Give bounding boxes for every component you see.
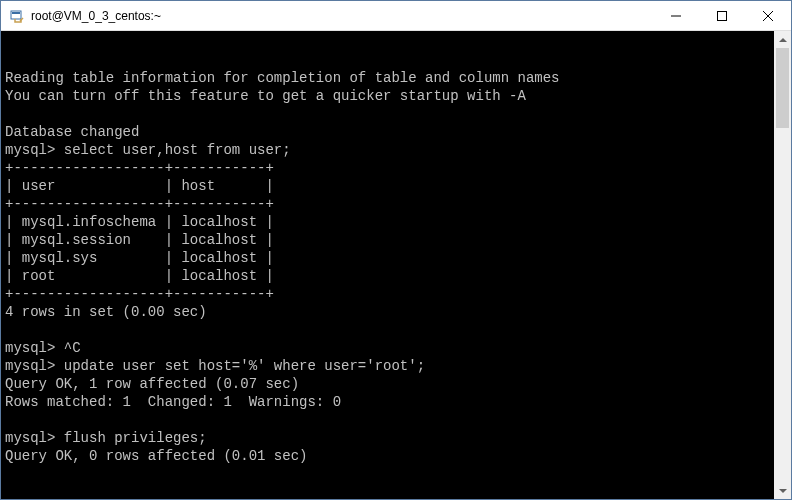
close-button[interactable] [745,1,791,30]
terminal-line [5,465,770,483]
terminal-line: | user | host | [5,177,770,195]
maximize-button[interactable] [699,1,745,30]
svg-marker-7 [779,489,787,493]
scroll-track[interactable] [774,48,791,482]
terminal-line: mysql> update user set host='%' where us… [5,357,770,375]
svg-rect-3 [718,11,727,20]
terminal-area: Reading table information for completion… [1,31,791,499]
terminal-line: | root | localhost | [5,267,770,285]
terminal-line [5,105,770,123]
terminal-line: You can turn off this feature to get a q… [5,87,770,105]
terminal-line: Query OK, 0 rows affected (0.01 sec) [5,447,770,465]
terminal-line: +------------------+-----------+ [5,195,770,213]
putty-icon [9,8,25,24]
titlebar: root@VM_0_3_centos:~ [1,1,791,31]
terminal-line: mysql> ^C [5,339,770,357]
terminal-line: | mysql.sys | localhost | [5,249,770,267]
terminal-line: 4 rows in set (0.00 sec) [5,303,770,321]
scroll-down-button[interactable] [774,482,791,499]
terminal-line [5,411,770,429]
terminal-line: Reading table information for completion… [5,69,770,87]
terminal-line: Database changed [5,123,770,141]
scrollbar[interactable] [774,31,791,499]
terminal-output: Reading table information for completion… [5,69,770,483]
minimize-button[interactable] [653,1,699,30]
window-controls [653,1,791,30]
terminal-line: Rows matched: 1 Changed: 1 Warnings: 0 [5,393,770,411]
scroll-thumb[interactable] [776,48,789,128]
terminal-line: mysql> select user,host from user; [5,141,770,159]
terminal-line: | mysql.infoschema | localhost | [5,213,770,231]
terminal-line: Query OK, 1 row affected (0.07 sec) [5,375,770,393]
terminal[interactable]: Reading table information for completion… [1,31,774,499]
svg-rect-1 [12,12,20,14]
terminal-line: | mysql.session | localhost | [5,231,770,249]
svg-marker-6 [779,38,787,42]
scroll-up-button[interactable] [774,31,791,48]
terminal-line: +------------------+-----------+ [5,159,770,177]
window-title: root@VM_0_3_centos:~ [31,9,653,23]
terminal-line: mysql> flush privileges; [5,429,770,447]
terminal-line [5,321,770,339]
terminal-line: +------------------+-----------+ [5,285,770,303]
